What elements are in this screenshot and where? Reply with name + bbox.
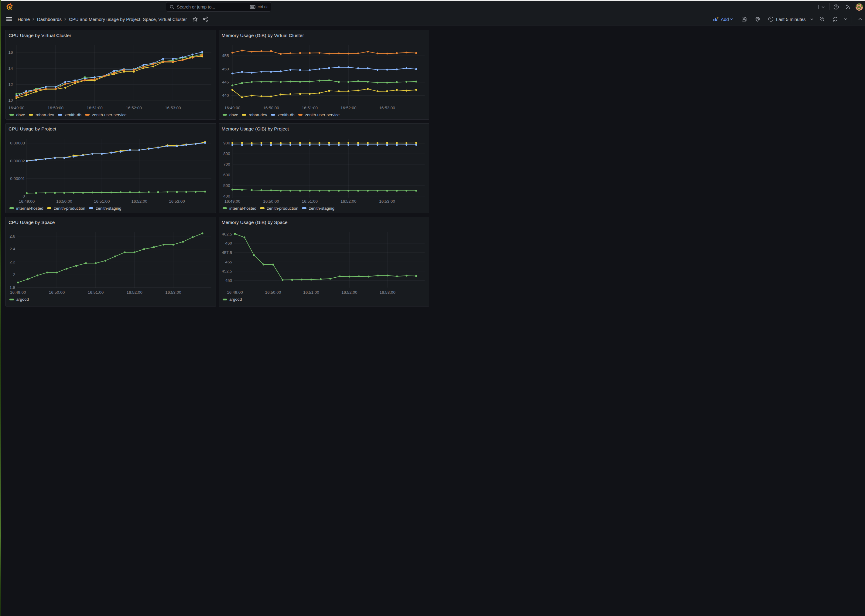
svg-text:16:49:00: 16:49:00	[227, 291, 243, 295]
svg-text:462.5: 462.5	[222, 232, 232, 236]
svg-text:700: 700	[223, 162, 230, 167]
svg-text:2.4: 2.4	[9, 247, 15, 251]
svg-text:0.00003: 0.00003	[10, 141, 25, 146]
svg-text:16:51:00: 16:51:00	[88, 291, 104, 295]
svg-text:900: 900	[223, 141, 230, 146]
svg-text:16:50:00: 16:50:00	[263, 105, 279, 110]
svg-text:16:53:00: 16:53:00	[165, 291, 181, 295]
svg-text:16:50:00: 16:50:00	[48, 105, 64, 110]
svg-text:450: 450	[225, 278, 232, 283]
svg-text:445: 445	[222, 80, 229, 84]
svg-text:16: 16	[8, 50, 13, 55]
svg-text:16:50:00: 16:50:00	[49, 291, 65, 295]
svg-text:460: 460	[225, 241, 232, 246]
svg-text:16:49:00: 16:49:00	[224, 105, 240, 110]
svg-text:16:52:00: 16:52:00	[126, 291, 142, 295]
svg-text:16:49:00: 16:49:00	[8, 105, 25, 110]
svg-text:2: 2	[13, 272, 16, 277]
svg-text:800: 800	[223, 152, 230, 156]
svg-text:457.5: 457.5	[222, 250, 232, 255]
svg-text:400: 400	[223, 194, 230, 198]
svg-text:16:51:00: 16:51:00	[302, 105, 318, 110]
svg-text:16:53:00: 16:53:00	[379, 105, 395, 110]
svg-text:16:53:00: 16:53:00	[379, 291, 395, 295]
svg-text:16:53:00: 16:53:00	[169, 200, 185, 204]
svg-text:0.00002: 0.00002	[10, 159, 25, 163]
svg-text:16:52:00: 16:52:00	[131, 200, 148, 204]
svg-text:14: 14	[8, 66, 13, 71]
svg-text:0.00001: 0.00001	[10, 176, 25, 181]
svg-text:16:52:00: 16:52:00	[126, 105, 142, 110]
svg-text:12: 12	[8, 82, 13, 87]
svg-text:0: 0	[23, 194, 25, 198]
svg-text:16:50:00: 16:50:00	[265, 291, 281, 295]
svg-text:10: 10	[8, 98, 13, 102]
svg-text:450: 450	[222, 67, 229, 71]
svg-text:16:51:00: 16:51:00	[303, 291, 319, 295]
svg-text:600: 600	[223, 173, 230, 177]
svg-text:16:52:00: 16:52:00	[340, 105, 356, 110]
svg-text:16:51:00: 16:51:00	[94, 200, 110, 204]
svg-text:16:50:00: 16:50:00	[56, 200, 72, 204]
svg-text:16:53:00: 16:53:00	[379, 200, 395, 204]
svg-text:2.6: 2.6	[9, 234, 15, 239]
svg-text:500: 500	[223, 183, 230, 188]
svg-text:16:49:00: 16:49:00	[224, 200, 240, 204]
svg-text:16:52:00: 16:52:00	[340, 200, 356, 204]
svg-text:16:49:00: 16:49:00	[19, 200, 35, 204]
svg-text:16:49:00: 16:49:00	[10, 291, 26, 295]
svg-text:16:51:00: 16:51:00	[302, 200, 318, 204]
svg-text:16:51:00: 16:51:00	[87, 105, 102, 110]
svg-text:440: 440	[222, 93, 229, 98]
svg-text:2.2: 2.2	[9, 260, 15, 264]
svg-text:16:50:00: 16:50:00	[263, 200, 279, 204]
svg-text:16:52:00: 16:52:00	[341, 291, 357, 295]
svg-text:452.5: 452.5	[222, 269, 232, 273]
svg-text:455: 455	[222, 53, 229, 58]
svg-text:16:53:00: 16:53:00	[165, 105, 181, 110]
svg-text:455: 455	[225, 260, 232, 264]
svg-text:1.8: 1.8	[9, 285, 15, 290]
